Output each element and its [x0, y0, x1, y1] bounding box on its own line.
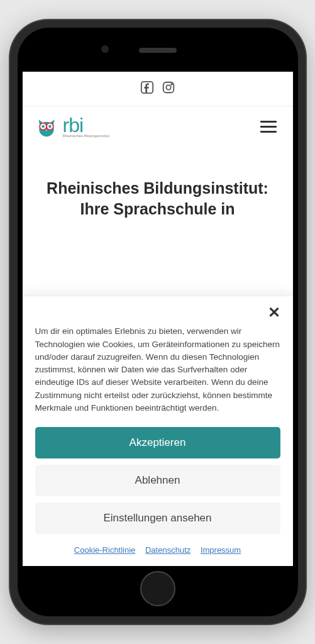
header: rbi Rheinisches Bildungsinstitut	[23, 106, 293, 147]
phone-speaker	[139, 48, 177, 53]
social-bar	[23, 72, 293, 106]
phone-inner: rbi Rheinisches Bildungsinstitut Rheinis…	[18, 28, 298, 616]
screen: rbi Rheinisches Bildungsinstitut Rheinis…	[23, 72, 293, 566]
imprint-link[interactable]: Impressum	[201, 545, 241, 555]
cookie-banner: ✕ Um dir ein optimales Erlebnis zu biete…	[23, 296, 293, 566]
svg-point-10	[41, 125, 45, 128]
settings-button[interactable]: Einstellungen ansehen	[35, 502, 280, 534]
logo-subtitle: Rheinisches Bildungsinstitut	[63, 134, 110, 138]
cookie-description: Um dir ein optimales Erlebnis zu bieten,…	[35, 325, 280, 414]
svg-point-2	[166, 85, 170, 89]
privacy-link[interactable]: Datenschutz	[145, 545, 191, 555]
phone-camera	[101, 45, 109, 53]
instagram-icon[interactable]	[162, 80, 175, 97]
home-button[interactable]	[140, 571, 175, 606]
cookie-policy-link[interactable]: Cookie-Richtlinie	[74, 545, 136, 555]
accept-button[interactable]: Akzeptieren	[35, 427, 280, 458]
svg-point-11	[48, 125, 52, 128]
close-icon[interactable]: ✕	[268, 305, 280, 320]
decline-button[interactable]: Ablehnen	[35, 465, 280, 496]
logo[interactable]: rbi Rheinisches Bildungsinstitut	[35, 115, 110, 138]
svg-point-3	[171, 84, 172, 85]
page-title: Rheinisches Bildungsinstitut: Ihre Sprac…	[38, 178, 278, 219]
cookie-links: Cookie-Richtlinie Datenschutz Impressum	[35, 545, 280, 555]
hero-section: Rheinisches Bildungsinstitut: Ihre Sprac…	[23, 147, 293, 231]
menu-button[interactable]	[257, 117, 280, 136]
facebook-icon[interactable]	[140, 80, 154, 97]
owl-icon	[35, 115, 58, 138]
phone-frame: rbi Rheinisches Bildungsinstitut Rheinis…	[10, 20, 306, 624]
logo-text: rbi	[63, 115, 110, 135]
